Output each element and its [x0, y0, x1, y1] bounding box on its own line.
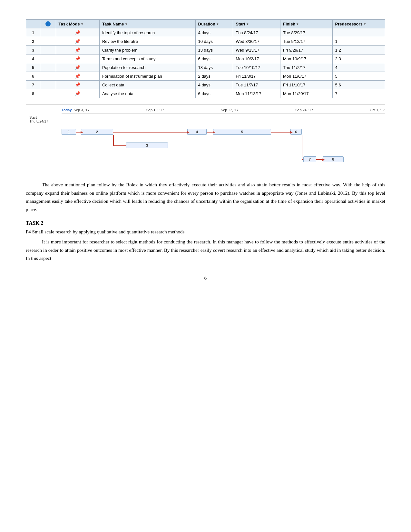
row-predecessors: 5 — [332, 72, 385, 81]
header-empty — [26, 20, 40, 28]
row-finish: Mon 11/20/17 — [280, 89, 333, 98]
gantt-start-label: Start — [29, 115, 37, 119]
row-finish: Thu 11/2/17 — [280, 63, 333, 72]
row-task-mode: 📌 — [56, 54, 99, 63]
row-start: Tue 11/7/17 — [233, 81, 280, 89]
task-mode-dropdown-icon[interactable]: ▾ — [81, 22, 83, 26]
gantt-date-label: Sep 24, '17 — [295, 108, 313, 112]
paragraph-1: The above mentioned plan follow by the R… — [26, 181, 385, 214]
duration-dropdown-icon[interactable]: ▾ — [217, 22, 218, 26]
task-mode-icon: 📌 — [75, 82, 80, 87]
info-icon: i — [45, 21, 51, 26]
row-finish: Mon 11/6/17 — [280, 72, 333, 81]
row-predecessors: 2,3 — [332, 54, 385, 63]
row-duration: 6 days — [195, 54, 233, 63]
row-task-name: Identify the topic of research — [99, 28, 195, 37]
task-mode-icon: 📌 — [75, 74, 80, 79]
row-start: Mon 11/13/17 — [233, 89, 280, 98]
gantt-connector-v — [302, 135, 302, 159]
table-row: 1 📌 Identify the topic of research 4 day… — [26, 28, 385, 37]
header-start: Start ▾ — [233, 20, 280, 28]
row-info — [40, 28, 56, 37]
gantt-arrow — [207, 132, 213, 133]
gantt-date-label: Sep 10, '17 — [146, 108, 164, 112]
row-task-mode: 📌 — [56, 37, 99, 46]
paragraph-2: It is more important for researcher to s… — [26, 238, 385, 263]
task-name-dropdown-icon[interactable]: ▾ — [125, 22, 127, 26]
row-duration: 6 days — [195, 89, 233, 98]
gantt-header: Today Sep 3, '17Sep 10, '17Sep 17, '17Se… — [62, 108, 385, 113]
row-predecessors: 1 — [332, 37, 385, 46]
duration-label: Duration — [198, 22, 215, 26]
gantt-date-label: Oct 1, '17 — [370, 108, 385, 112]
row-duration: 10 days — [195, 37, 233, 46]
row-task-name: Analyse the data — [99, 89, 195, 98]
row-predecessors: 4 — [332, 63, 385, 72]
task-mode-icon: 📌 — [75, 39, 80, 44]
finish-label: Finish — [283, 22, 295, 26]
gantt-connector-h — [302, 159, 303, 160]
gantt-date-label: Sep 3, '17 — [74, 108, 90, 112]
row-number: 1 — [26, 28, 40, 37]
pred-dropdown-icon[interactable]: ▾ — [364, 22, 366, 26]
gantt-connector-v — [113, 135, 114, 145]
table-row: 2 📌 Review the literatre 10 days Wed 8/3… — [26, 37, 385, 46]
row-info — [40, 72, 56, 81]
row-predecessors: 7 — [332, 89, 385, 98]
row-finish: Tue 9/12/17 — [280, 37, 333, 46]
gantt-bars-area: 12456378 — [62, 126, 385, 168]
row-finish: Fri 11/10/17 — [280, 81, 333, 89]
header-task-mode: Task Mode ▾ — [56, 20, 99, 28]
gantt-arrow — [271, 132, 290, 133]
row-start: Tue 10/10/17 — [233, 63, 280, 72]
row-task-name: Review the literatre — [99, 37, 195, 46]
row-info — [40, 46, 56, 54]
task-mode-icon: 📌 — [75, 65, 80, 70]
page-number: 6 — [26, 276, 385, 281]
table-row: 6 📌 Formulation of instrumental plan 2 d… — [26, 72, 385, 81]
row-info — [40, 54, 56, 63]
header-finish: Finish ▾ — [280, 20, 333, 28]
gantt-connector-h — [113, 145, 126, 146]
gantt-table-wrapper: i Task Mode ▾ Task Name ▾ Durat — [26, 19, 385, 98]
task-mode-icon: 📌 — [75, 30, 80, 35]
gantt-arrow — [76, 132, 81, 133]
gantt-start-date: Thu 8/24/17 — [29, 119, 48, 123]
header-duration: Duration ▾ — [195, 20, 233, 28]
row-duration: 4 days — [195, 28, 233, 37]
gantt-arrow — [316, 159, 323, 160]
table-row: 8 📌 Analyse the data 6 days Mon 11/13/17… — [26, 89, 385, 98]
row-number: 7 — [26, 81, 40, 89]
row-info — [40, 63, 56, 72]
header-info: i — [40, 20, 56, 28]
header-predecessors: Predecessors ▾ — [332, 20, 385, 28]
gantt-start-info: Start Thu 8/24/17 — [29, 115, 385, 123]
row-task-mode: 📌 — [56, 63, 99, 72]
gantt-arrow — [113, 132, 187, 133]
row-predecessors — [332, 28, 385, 37]
row-number: 4 — [26, 54, 40, 63]
header-task-name: Task Name ▾ — [99, 20, 195, 28]
start-dropdown-icon[interactable]: ▾ — [247, 22, 248, 26]
row-duration: 18 days — [195, 63, 233, 72]
table-row: 3 📌 Clarify the problem 13 days Wed 9/13… — [26, 46, 385, 54]
gantt-bar-7: 7 — [303, 156, 316, 162]
table-row: 4 📌 Terms and concepts of study 6 days M… — [26, 54, 385, 63]
task-mode-icon: 📌 — [75, 56, 80, 61]
p4-heading: P4 Small scale research by applying qual… — [26, 229, 385, 235]
row-duration: 4 days — [195, 81, 233, 89]
gantt-table: i Task Mode ▾ Task Name ▾ Durat — [26, 19, 385, 98]
row-start: Thu 8/24/17 — [233, 28, 280, 37]
gantt-date-labels: Sep 3, '17Sep 10, '17Sep 17, '17Sep 24, … — [74, 108, 385, 112]
row-info — [40, 89, 56, 98]
row-info — [40, 37, 56, 46]
row-number: 5 — [26, 63, 40, 72]
row-finish: Mon 10/9/17 — [280, 54, 333, 63]
gantt-bar-3: 3 — [126, 143, 168, 148]
row-info — [40, 81, 56, 89]
row-task-mode: 📌 — [56, 46, 99, 54]
row-task-name: Collect data — [99, 81, 195, 89]
finish-dropdown-icon[interactable]: ▾ — [297, 22, 298, 26]
task2-heading: TASK 2 — [26, 220, 385, 226]
row-task-mode: 📌 — [56, 72, 99, 81]
